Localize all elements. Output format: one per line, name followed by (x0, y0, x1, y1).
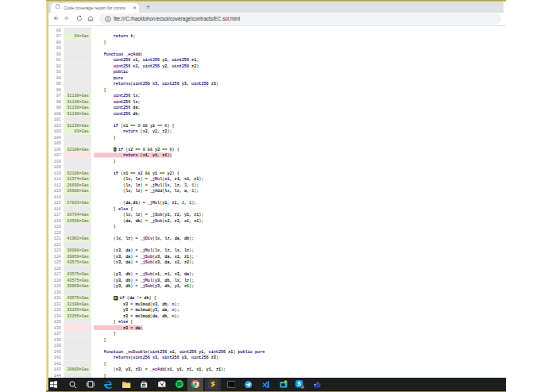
svg-text:1: 1 (302, 386, 303, 389)
